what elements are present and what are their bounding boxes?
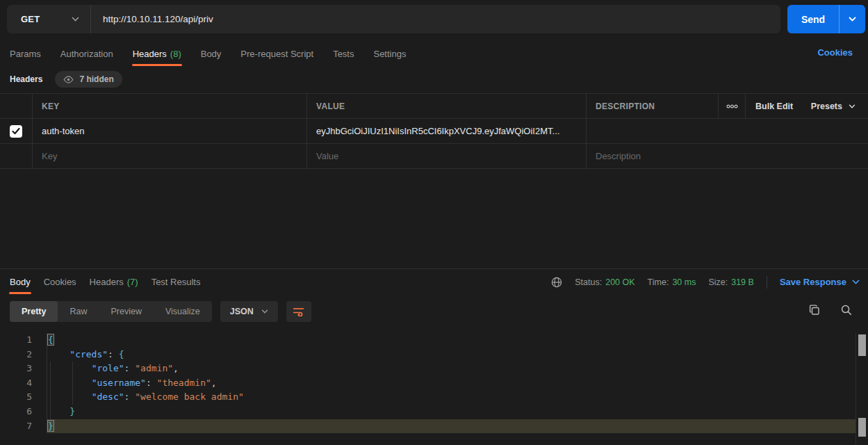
response-tab-test-results[interactable]: Test Results — [152, 270, 201, 294]
time-label: Time: — [648, 277, 669, 287]
headers-panel-title: Headers — [10, 74, 42, 84]
line-number: 4 — [0, 376, 47, 391]
response-body-editor[interactable]: 1{2 "creds": {3 "role": "admin",4 "usern… — [0, 333, 868, 445]
send-button[interactable]: Send — [787, 5, 839, 33]
table-actions-cell: Bulk Edit Presets — [745, 94, 868, 118]
tab-label: Headers — [90, 277, 124, 287]
wrap-line-icon — [293, 307, 304, 316]
tab-params[interactable]: Params — [10, 42, 41, 66]
view-tab-preview[interactable]: Preview — [99, 301, 153, 322]
tab-headers[interactable]: Headers (8) — [133, 42, 181, 66]
code-text: "username": "theadmin", — [47, 376, 217, 391]
table-row: auth-token eyJhbGciOiJIUzI1NiIsInR5cCI6I… — [0, 119, 868, 144]
headers-subbar: Headers 7 hidden — [10, 70, 122, 89]
chevron-down-icon — [849, 104, 855, 108]
code-text: } — [47, 405, 75, 419]
code-line[interactable]: 1{ — [0, 333, 868, 348]
response-headers-count-badge: (7) — [127, 277, 138, 287]
status-badge: Status: 200 OK — [575, 277, 634, 287]
code-line[interactable]: 2 "creds": { — [0, 348, 868, 362]
tab-label: Tests — [333, 49, 354, 59]
method-selector[interactable]: GET — [7, 5, 91, 33]
line-number: 6 — [0, 405, 47, 419]
code-line[interactable]: 7} — [0, 419, 868, 434]
response-action-icons — [808, 304, 853, 316]
header-value-cell[interactable]: eyJhbGciOiJIUzI1NiIsInR5cCI6IkpXVCJ9.eyJ… — [306, 119, 586, 143]
scrollbar-thumb[interactable] — [858, 334, 866, 356]
chevron-down-icon — [849, 17, 856, 22]
view-tab-visualize[interactable]: Visualize — [154, 301, 212, 322]
status-value: 200 OK — [605, 277, 634, 287]
tab-label: Test Results — [152, 277, 201, 287]
new-description-input[interactable]: Description — [586, 144, 868, 168]
tab-authorization[interactable]: Authorization — [60, 42, 113, 66]
method-value: GET — [21, 14, 40, 24]
new-value-input[interactable]: Value — [306, 144, 586, 168]
row-checkbox-cell — [0, 119, 32, 143]
header-description-cell[interactable] — [586, 119, 868, 143]
time-badge: Time: 30 ms — [648, 277, 696, 287]
code-lines: 1{2 "creds": {3 "role": "admin",4 "usern… — [0, 333, 868, 433]
wrap-line-toggle[interactable] — [286, 301, 311, 322]
size-badge: Size: 319 B — [708, 277, 753, 287]
row-checkbox-checked[interactable] — [10, 125, 22, 138]
code-line[interactable]: 3 "role": "admin", — [0, 362, 868, 376]
tab-label: Body — [201, 49, 222, 59]
hidden-count-label: 7 hidden — [79, 74, 113, 84]
more-options-icon[interactable] — [718, 94, 745, 118]
search-icon[interactable] — [840, 304, 853, 316]
table-header-row: KEY VALUE DESCRIPTION Bulk Edit Presets — [0, 94, 868, 119]
response-tab-body[interactable]: Body — [10, 270, 31, 294]
globe-icon[interactable] — [551, 277, 562, 288]
response-view-toolbar: Pretty Raw Preview Visualize JSON — [10, 301, 311, 322]
cookies-link[interactable]: Cookies — [817, 47, 853, 58]
view-tab-pretty[interactable]: Pretty — [10, 301, 58, 322]
header-key-cell[interactable]: auth-token — [32, 119, 306, 143]
column-header-description: DESCRIPTION — [586, 94, 718, 118]
code-text: } — [47, 419, 54, 434]
save-response-label: Save Response — [780, 277, 846, 287]
tab-label: Body — [10, 277, 31, 287]
response-tabs: Body Cookies Headers (7) Test Results — [10, 270, 200, 294]
tab-label: Cookies — [44, 277, 76, 287]
line-number: 2 — [0, 348, 47, 362]
column-header-value: VALUE — [306, 94, 586, 118]
row-checkbox-cell — [0, 144, 32, 168]
hidden-headers-toggle[interactable]: 7 hidden — [55, 71, 122, 88]
tab-body[interactable]: Body — [201, 42, 222, 66]
tab-tests[interactable]: Tests — [333, 42, 354, 66]
response-tab-headers[interactable]: Headers (7) — [90, 270, 138, 294]
code-line[interactable]: 4 "username": "theadmin", — [0, 376, 868, 391]
view-mode-group: Pretty Raw Preview Visualize — [10, 301, 212, 322]
response-meta: Status: 200 OK Time: 30 ms Size: 319 B S… — [551, 270, 860, 294]
code-text: "role": "admin", — [47, 362, 179, 376]
code-text: "creds": { — [47, 348, 124, 362]
save-response-button[interactable]: Save Response — [780, 277, 860, 287]
tab-pre-request-script[interactable]: Pre-request Script — [240, 42, 313, 66]
tab-label: Authorization — [60, 49, 113, 59]
response-tab-cookies[interactable]: Cookies — [44, 270, 76, 294]
size-label: Size: — [708, 277, 728, 287]
scrollbar-thumb[interactable] — [858, 418, 866, 437]
new-key-input[interactable]: Key — [32, 144, 306, 168]
status-label: Status: — [575, 277, 602, 287]
size-value: 319 B — [731, 277, 754, 287]
bulk-edit-button[interactable]: Bulk Edit — [755, 102, 793, 111]
view-tab-raw[interactable]: Raw — [58, 301, 99, 322]
line-number: 3 — [0, 362, 47, 376]
code-line[interactable]: 6 } — [0, 405, 868, 419]
code-line[interactable]: 5 "desc": "welcome back admin" — [0, 390, 868, 405]
presets-dropdown[interactable]: Presets — [811, 102, 855, 111]
copy-icon[interactable] — [808, 304, 821, 316]
send-options-button[interactable] — [839, 5, 865, 33]
postman-window: GET http://10.10.11.120/api/priv Send Pa… — [0, 0, 868, 445]
format-dropdown[interactable]: JSON — [220, 301, 278, 322]
send-split-button: Send — [787, 5, 865, 33]
scrollbar-track — [855, 333, 856, 445]
tab-label: Headers — [133, 49, 167, 59]
divider — [767, 276, 767, 289]
url-input[interactable]: http://10.10.11.120/api/priv — [91, 14, 780, 24]
column-header-key: KEY — [32, 94, 306, 118]
tab-settings[interactable]: Settings — [373, 42, 406, 66]
tab-label: Pre-request Script — [240, 49, 313, 59]
